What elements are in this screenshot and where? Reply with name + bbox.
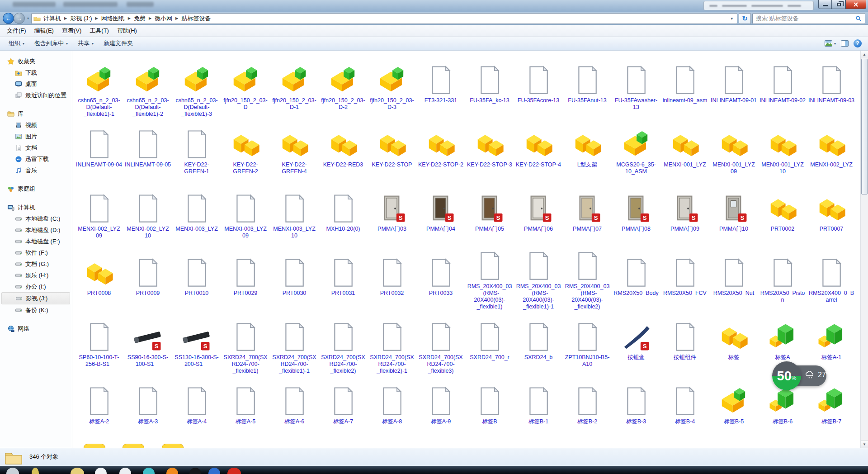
- file-item[interactable]: SP60-10-100-T-256-B-S1_: [75, 310, 123, 374]
- file-item[interactable]: PRT0030: [270, 246, 319, 310]
- scrollbar-thumb[interactable]: [861, 59, 868, 194]
- toolbar-button[interactable]: 新建文件夹: [99, 38, 138, 49]
- file-item[interactable]: fjfn20_150_2_03-D-3: [368, 53, 416, 118]
- file-item[interactable]: cshn65_n_2_03-D(Default-_flexible1)-3: [172, 53, 221, 118]
- file-item[interactable]: INLINEAMT-09-05: [123, 118, 172, 182]
- address-breadcrumb-field[interactable]: 计算机▶影视 (J:)▶网络图纸▶免费▶微小网▶贴标签设备 ▾: [31, 13, 737, 24]
- close-button[interactable]: [845, 0, 866, 9]
- sidebar-item[interactable]: 下载: [0, 67, 72, 78]
- file-item[interactable]: PMMA门07: [563, 182, 612, 246]
- partially-visible-file-icon[interactable]: [84, 444, 105, 448]
- file-item[interactable]: KEY-D22-RED3: [319, 118, 368, 182]
- task-icon-7[interactable]: [227, 468, 241, 474]
- breadcrumb-item[interactable]: 影视 (J:): [67, 14, 94, 24]
- file-item[interactable]: PRT0007: [807, 182, 856, 246]
- file-item[interactable]: RMS20X50_FCV: [660, 246, 709, 310]
- breadcrumb-item[interactable]: 计算机: [41, 14, 64, 24]
- sidebar-item[interactable]: 影视 (J:): [1, 292, 70, 304]
- partially-visible-file-icon[interactable]: [123, 444, 144, 448]
- menu-item[interactable]: 查看(V): [58, 25, 85, 36]
- toolbar-button[interactable]: 包含到库中▾: [29, 38, 73, 49]
- back-button[interactable]: ←: [3, 13, 14, 24]
- task-icon-4[interactable]: [166, 468, 178, 474]
- scroll-down-button[interactable]: ▼: [861, 440, 868, 448]
- pinned-icon-1[interactable]: [32, 468, 39, 474]
- file-item[interactable]: MENXI-002_LYZ 10: [123, 182, 172, 246]
- file-item[interactable]: SXRD24_700(SXRD24-700-_flexible1)-1: [270, 310, 319, 374]
- file-item[interactable]: PMMA门10: [709, 182, 758, 246]
- sidebar-item[interactable]: 文档: [0, 142, 72, 153]
- file-item[interactable]: RMS20X50_Nut: [709, 246, 758, 310]
- file-item[interactable]: RMS_20X400_03_(RMS-20X400(03)-_flexible2…: [563, 246, 612, 310]
- menu-item[interactable]: 编辑(E): [30, 25, 58, 36]
- task-icon-2[interactable]: [119, 468, 131, 474]
- file-item[interactable]: 标签A-3: [123, 374, 172, 439]
- change-view-button[interactable]: ▾: [824, 40, 836, 47]
- file-item[interactable]: 标签A-4: [172, 374, 221, 439]
- file-item[interactable]: RMS20X400_0_Barrel: [807, 246, 856, 310]
- breadcrumb-item[interactable]: 微小网: [152, 14, 175, 24]
- sidebar-item[interactable]: 图片: [0, 131, 72, 142]
- file-item[interactable]: KEY-D22-GREEN-4: [270, 118, 319, 182]
- partially-visible-file-icon[interactable]: [162, 444, 184, 448]
- file-item[interactable]: cshn65_n_2_03-D(Default-_flexible1)-2: [123, 53, 172, 118]
- sidebar-item[interactable]: 备份 (K:): [0, 304, 72, 316]
- sidebar-item[interactable]: 文档 (G:): [0, 258, 72, 270]
- file-item[interactable]: PMMA门09: [660, 182, 709, 246]
- file-item[interactable]: PMMA门03: [368, 182, 416, 246]
- file-item[interactable]: 标签A-7: [319, 374, 368, 439]
- file-item[interactable]: FU-35FA_kc-13: [465, 53, 514, 118]
- file-item[interactable]: SXRD24_700(SXRD24-700-_flexible1): [221, 310, 270, 374]
- file-item[interactable]: KEY-D22-STOP-3: [465, 118, 514, 182]
- sidebar-item[interactable]: 迅雷下载: [0, 153, 72, 165]
- file-item[interactable]: PRT0009: [123, 246, 172, 310]
- breadcrumb-item[interactable]: 贴标签设备: [179, 14, 213, 24]
- file-item[interactable]: MENXI-001_LYZ: [660, 118, 709, 182]
- file-item[interactable]: MENXI-003_LYZ: [172, 182, 221, 246]
- sidebar-section-家庭组[interactable]: 家庭组: [0, 184, 72, 194]
- file-item[interactable]: 按钮盒: [612, 310, 660, 374]
- file-item[interactable]: 标签B-2: [563, 374, 612, 439]
- file-item[interactable]: KEY-D22-GREEN-1: [172, 118, 221, 182]
- scroll-up-button[interactable]: ▲: [861, 51, 868, 58]
- file-item[interactable]: 标签A-2: [75, 374, 123, 439]
- file-item[interactable]: L型支架: [563, 118, 612, 182]
- file-item[interactable]: MENXI-002_LYZ 09: [75, 182, 123, 246]
- file-item[interactable]: MXH10-20(0): [319, 182, 368, 246]
- sidebar-item[interactable]: 音乐: [0, 165, 72, 176]
- breadcrumb-item[interactable]: 网络图纸: [99, 14, 127, 24]
- file-item[interactable]: FT3-321-331: [416, 53, 465, 118]
- file-item[interactable]: PMMA门05: [465, 182, 514, 246]
- file-item[interactable]: SXRD24_700(SXRD24-700-_flexible2)-1: [368, 310, 416, 374]
- file-item[interactable]: KEY-D22-STOP-2: [416, 118, 465, 182]
- file-item[interactable]: RMS_20X400_03_(RMS-20X400(03)-_flexible1…: [465, 246, 514, 310]
- file-item[interactable]: 标签B-5: [709, 374, 758, 439]
- file-item[interactable]: INLINEAMT-09-03: [807, 53, 856, 118]
- file-item[interactable]: KEY-D22-GREEN-2: [221, 118, 270, 182]
- pinned-icon-2[interactable]: [71, 468, 84, 474]
- task-icon-3[interactable]: [143, 468, 155, 474]
- file-item[interactable]: 标签A-8: [368, 374, 416, 439]
- recent-pages-dropdown[interactable]: ▾: [26, 16, 30, 20]
- file-item[interactable]: fjfn20_150_2_03-D: [221, 53, 270, 118]
- file-item[interactable]: PRT0032: [368, 246, 416, 310]
- address-dropdown-icon[interactable]: ▾: [728, 16, 735, 21]
- refresh-button[interactable]: ↻: [739, 13, 751, 24]
- breadcrumb-item[interactable]: 免费: [131, 14, 148, 24]
- sidebar-section-网络[interactable]: 网络: [0, 323, 72, 334]
- sidebar-item[interactable]: 最近访问的位置: [0, 90, 72, 101]
- file-item[interactable]: MCGS20-6_35-10_ASM: [612, 118, 660, 182]
- file-item[interactable]: 标签B: [465, 374, 514, 439]
- file-item[interactable]: MENXI-003_LYZ 09: [221, 182, 270, 246]
- file-item[interactable]: PMMA门08: [612, 182, 660, 246]
- file-item[interactable]: KEY-D22-STOP: [368, 118, 416, 182]
- file-item[interactable]: MENXI-003_LYZ 10: [270, 182, 319, 246]
- sidebar-section-计算机[interactable]: 计算机: [0, 202, 72, 213]
- file-item[interactable]: 标签: [709, 310, 758, 374]
- file-item[interactable]: RMS20X50_Piston: [758, 246, 807, 310]
- file-item[interactable]: FU-35FAcore-13: [514, 53, 563, 118]
- file-item[interactable]: SXRD24_700(SXRD24-700-_flexible3): [416, 310, 465, 374]
- sidebar-section-库[interactable]: 库: [0, 109, 72, 119]
- file-item[interactable]: INLINEAMT-09-02: [758, 53, 807, 118]
- file-item[interactable]: PRT0002: [758, 182, 807, 246]
